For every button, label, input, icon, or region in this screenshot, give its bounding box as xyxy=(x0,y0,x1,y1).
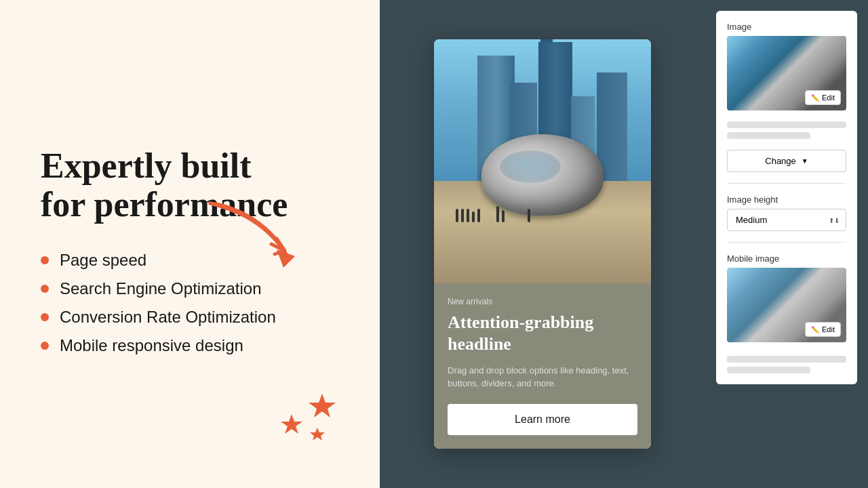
image-edit-button[interactable]: ✏️ Edit xyxy=(805,90,841,105)
bullet-dot xyxy=(41,342,49,350)
bullet-dot xyxy=(41,256,49,264)
change-label: Change xyxy=(765,156,796,166)
decorative-stars xyxy=(271,390,339,447)
center-panel: New arrivals Attention-grabbing headline… xyxy=(380,0,705,488)
people-silhouettes xyxy=(456,202,629,222)
settings-panel: Image ✏️ Edit Change ▼ Image height xyxy=(716,11,857,384)
list-item-label: Conversion Rate Optimization xyxy=(60,308,276,327)
pencil-icon: ✏️ xyxy=(811,94,819,102)
divider-2 xyxy=(727,242,846,243)
divider-1 xyxy=(727,183,846,184)
mobile-image-preview: ✏️ Edit xyxy=(727,268,846,342)
bottom-skeletons xyxy=(727,356,846,373)
hero-image xyxy=(434,39,651,283)
list-item-label: Page speed xyxy=(60,251,146,270)
change-image-button[interactable]: Change ▼ xyxy=(727,150,846,172)
svg-marker-3 xyxy=(310,428,325,441)
bullet-dot xyxy=(41,285,49,293)
list-item-label: Mobile responsive design xyxy=(60,336,243,355)
chevron-down-icon: ▼ xyxy=(802,157,808,165)
new-arrivals-label: New arrivals xyxy=(448,297,637,306)
mobile-edit-label: Edit xyxy=(822,325,835,333)
svg-marker-2 xyxy=(281,414,302,434)
edit-label: Edit xyxy=(822,94,835,102)
list-item-mobile: Mobile responsive design xyxy=(41,336,339,355)
arrow-decoration xyxy=(203,197,312,287)
image-height-label: Image height xyxy=(727,195,846,205)
image-height-select[interactable]: Small Medium Large xyxy=(727,209,846,231)
hero-description: Drag and drop block options like heading… xyxy=(448,364,637,390)
mobile-image-label: Mobile image xyxy=(727,253,846,264)
mobile-image-edit-button[interactable]: ✏️ Edit xyxy=(805,322,841,337)
bottom-skeleton-2 xyxy=(727,367,810,373)
image-section-label: Image xyxy=(727,22,846,32)
height-select-wrapper: Small Medium Large ⬆⬇ xyxy=(727,209,846,231)
image-height-section: Image height Small Medium Large ⬆⬇ xyxy=(727,195,846,231)
mobile-image-section: Mobile image ✏️ Edit xyxy=(727,253,846,342)
pencil-icon-mobile: ✏️ xyxy=(811,326,819,333)
skeleton-line-1 xyxy=(727,121,846,128)
skeleton-line-2 xyxy=(727,132,810,139)
list-item-cro: Conversion Rate Optimization xyxy=(41,308,339,327)
image-section: Image ✏️ Edit xyxy=(727,22,846,110)
left-panel: Expertly built for performance Page spee… xyxy=(0,0,380,488)
learn-more-button[interactable]: Learn more xyxy=(448,404,637,435)
skeleton-placeholder xyxy=(727,121,846,139)
phone-mockup: New arrivals Attention-grabbing headline… xyxy=(434,39,651,448)
bullet-dot xyxy=(41,313,49,321)
svg-marker-1 xyxy=(309,394,336,418)
right-panel: Image ✏️ Edit Change ▼ Image height xyxy=(705,0,868,488)
bottom-skeleton-1 xyxy=(727,356,846,363)
image-preview: ✏️ Edit xyxy=(727,36,846,110)
phone-content: New arrivals Attention-grabbing headline… xyxy=(434,283,651,448)
hero-headline: Attention-grabbing headline xyxy=(448,312,637,354)
